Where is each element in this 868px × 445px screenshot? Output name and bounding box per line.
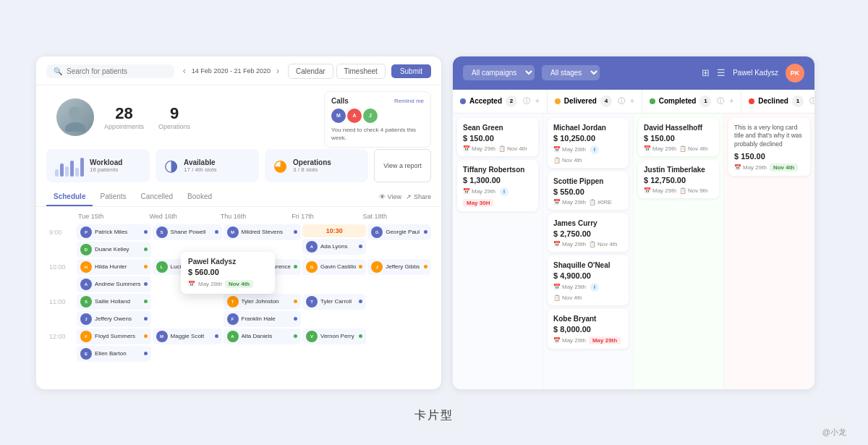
campaign-filter[interactable]: All campaigns [463,65,535,80]
kanban-card[interactable]: This is a very long card title and that'… [728,118,810,177]
grid-view-icon[interactable]: ⊞ [702,67,710,78]
appointment-card[interactable]: JJeffery Owens [77,311,151,327]
completed-info-icon: ⓘ [717,96,724,106]
delivered-count: 4 [600,96,612,107]
appt-status-dot [215,230,218,234]
appointment-card[interactable]: SShane Powell [153,224,222,240]
appointment-card[interactable]: AAndrew Summers [77,276,151,292]
kanban-card[interactable]: Scottie Pippen$ 550.00📅 May 29th📋 #0RE [548,171,629,210]
appointment-card[interactable]: AAlta Daniels [224,329,301,344]
right-panel: All campaigns All stages ⊞ ☰ Pawel Kadys… [453,56,814,389]
col-header-delivered: Delivered 4 ⓘ + [548,90,642,113]
appointment-card[interactable]: TTyler Carroll [302,294,366,310]
kanban-card[interactable]: Shaquille O'Neal$ 4,900.00📅 May 29thi📋 N… [548,255,629,305]
appt-status-dot [144,282,148,286]
appt-status-dot [144,317,148,321]
appt-avatar: T [306,296,318,308]
stage-filter[interactable]: All stages [542,65,600,80]
cancelled-tab[interactable]: Cancelled [134,188,180,206]
calendar-icon: 📅 [644,187,651,194]
appt-status-dot [215,334,218,338]
appt-avatar: V [306,331,318,342]
appointment-card[interactable]: MMildred Stevens [224,224,301,240]
appointments-stat: 28 Appointments [104,104,144,130]
appointment-card[interactable]: FFranklin Hale [224,311,301,327]
appointment-card[interactable]: AAda Lyons [302,239,366,255]
completed-add-icon[interactable]: + [729,97,733,105]
appointment-card[interactable]: PPatrick Miles [77,224,151,240]
appointment-card[interactable]: GGavin Castillo [302,259,366,275]
operations-icon: ◕ [273,156,287,175]
prev-date-button[interactable]: ‹ [180,64,189,77]
col-header-completed: Completed 1 ⓘ + [642,90,742,113]
operations-count: 9 [158,104,190,123]
kanban-card[interactable]: Michael Jordan$ 10,250.00📅 May 29thi📋 No… [548,118,629,168]
kanban-card[interactable]: James Curry$ 2,750.00📅 May 29th📋 Nov 4th [548,213,629,252]
remind-link[interactable]: Remind me [394,98,424,104]
kanban-date2: 📋 Nov 4th [498,145,527,152]
appt-status-dot [294,317,297,321]
timesheet-tab-button[interactable]: Timesheet [336,64,386,79]
appt-status-dot [144,300,148,303]
kanban-card-amount: $ 8,000.00 [553,325,623,334]
kanban-card-amount: $ 150.00 [463,134,532,143]
appointment-card[interactable]: GGeorgie Paul [367,224,431,240]
submit-button[interactable]: Submit [391,64,431,78]
appointment-card[interactable]: MMaggie Scott [153,329,222,344]
appt-name: Maggie Scott [171,333,212,339]
next-date-button[interactable]: › [273,64,282,77]
schedule-tab[interactable]: Schedule [46,188,93,206]
view-icon: 👁 [379,193,386,200]
kanban-card[interactable]: Justin Timberlake$ 12,750.00📅 May 29th📋 … [638,160,719,198]
list-view-icon[interactable]: ☰ [717,67,726,78]
appt-name: Georgie Paul [386,229,421,235]
time-label-2: 11:00 [46,297,75,307]
calendar-tab-button[interactable]: Calendar [288,64,333,79]
patients-tab[interactable]: Patients [93,188,133,206]
kanban-card[interactable]: David Hasselhoff$ 150.00📅 May 29th📋 Nov … [638,118,719,156]
kanban-card-name: David Hasselhoff [644,124,713,132]
appointments-label: Appointments [104,123,144,130]
kanban-card-amount: $ 2,750.00 [553,229,623,238]
appt-avatar: E [80,348,92,360]
date-nav: ‹ 14 Feb 2020 - 21 Feb 2020 › [180,64,282,77]
kanban-col-completed: David Hasselhoff$ 150.00📅 May 29th📋 Nov … [634,114,724,389]
view-report-button[interactable]: View a report [374,149,431,182]
kanban-date1: 📅 May 29th [553,146,586,153]
kanban-card-amount: $ 10,250.00 [553,134,623,143]
view-button[interactable]: 👁 View [379,193,401,200]
kanban-date1: 📅 May 29th [553,337,586,344]
appointment-card[interactable]: JJeffery Gibbs [367,259,431,275]
search-input[interactable] [67,67,167,75]
calendar-icon: 📅 [463,188,470,195]
delivered-label: Delivered [564,97,597,105]
appointment-card[interactable]: DDuane Kelley [77,242,151,258]
booked-tab[interactable]: Booked [180,188,219,206]
kanban-col-declined: This is a very long card title and that'… [724,114,814,389]
kanban-card[interactable]: Kobe Bryant$ 8,000.00📅 May 29thMay 29th [548,309,629,349]
kanban-card[interactable]: Sean Green$ 150.00📅 May 29th📋 Nov 4th [457,118,538,156]
appointment-card[interactable]: HHilda Hunter [77,259,151,275]
appointment-card[interactable]: VVernon Perry [302,329,366,344]
appointment-card[interactable]: FFloyd Summers [77,329,151,344]
accepted-add-icon[interactable]: + [535,97,540,105]
kanban-date2: 📋 Nov 4th [679,145,708,152]
search-box[interactable]: 🔍 [46,64,174,78]
kanban-card[interactable]: Tiffany Robertson$ 1,300.00📅 May 29thiMa… [457,160,538,211]
appt-status-dot [144,247,148,251]
delivered-add-icon[interactable]: + [630,97,634,105]
kanban-card-footer: 📅 May 29th📋 Nov 4th [644,145,713,152]
bottom-label: 卡片型 [414,408,454,423]
appt-name: Vernon Perry [320,333,356,339]
kanban-date1: 📅 May 29th [463,145,495,152]
appointment-card[interactable]: SSallie Holland [77,294,151,310]
kanban-card-amount: $ 150.00 [734,152,804,161]
appointment-card[interactable]: EEllen Barton [77,346,151,362]
completed-dot [650,98,655,104]
appt-avatar: A [227,331,239,342]
calendar-icon2: 📋 [553,294,561,301]
user-name: Pawel Kadysz [733,69,778,77]
appointment-card[interactable]: TTyler Johnston [224,294,301,310]
workload-title: Workload [90,158,122,166]
share-button[interactable]: ↗ Share [406,193,431,200]
